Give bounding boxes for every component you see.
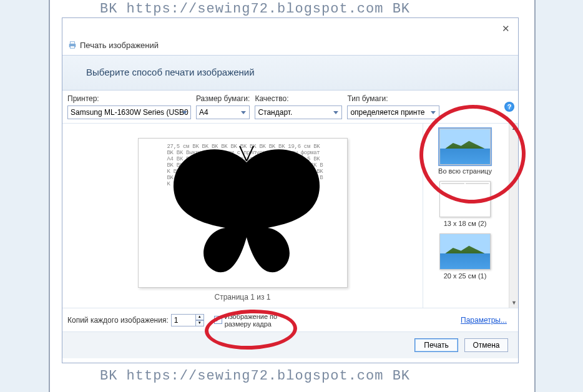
spinner-up-icon[interactable]: ▲ [195,314,204,320]
copies-spinner[interactable]: ▲ ▼ [195,314,204,326]
layout-label: 20 x 25 см (1) [426,272,504,280]
paper-type-label: Тип бумаги: [347,94,439,103]
layout-thumbnail [439,181,491,217]
layout-option-13x18[interactable]: 13 x 18 см (2) [426,177,504,228]
copies-input[interactable] [171,314,196,326]
paper-size-select[interactable]: A4 [196,105,250,119]
layout-thumbnail [439,129,491,165]
printer-icon [68,41,77,49]
paper-type-select[interactable]: определяется принте [347,105,439,119]
print-dialog: ✕ Печать изображений Выберите способ печ… [62,17,519,363]
preview-page: 27,5 cм BK BK BK BK BK BK BK BK BK BK 19… [138,138,348,288]
titlebar: ✕ Печать изображений [62,18,518,56]
preview-pane: 27,5 cм BK BK BK BK BK BK BK BK BK BK 19… [62,124,423,308]
layout-thumbnail [439,233,491,270]
layout-pane: Во всю страницу 13 x 18 см (2) 20 x 25 с… [423,124,518,308]
paper-size-label: Размер бумаги: [196,94,250,103]
quality-select[interactable]: Стандарт. [255,105,342,119]
footer-row: Копий каждого изображения: ▲ ▼ Изображен… [62,308,518,332]
svg-rect-2 [71,46,75,49]
printer-label: Принтер: [67,94,191,103]
button-row: Печать Отмена [62,332,518,358]
dialog-title: Печать изображений [80,41,159,50]
layout-option-20x25[interactable]: 20 x 25 см (1) [426,230,504,281]
scroll-up-icon[interactable]: ▲ [509,124,518,133]
scroll-down-icon[interactable]: ▼ [509,298,518,308]
page-caption: Страница 1 из 1 [215,293,271,301]
spinner-down-icon[interactable]: ▼ [195,320,204,326]
butterfly-image [166,144,327,281]
main-area: 27,5 cм BK BK BK BK BK BK BK BK BK BK 19… [62,124,518,308]
help-icon[interactable]: ? [504,102,514,112]
dialog-header: Выберите способ печати изображений [62,56,518,91]
watermark-text: BK https://sewing72.blogspot.com BK [100,1,410,17]
layout-label: Во всю страницу [426,167,504,175]
printer-select[interactable]: Samsung ML-1630W Series (USB0 [67,105,191,119]
watermark-text: BK https://sewing72.blogspot.com BK [100,368,410,384]
layout-option-full-page[interactable]: Во всю страницу [426,125,504,176]
cancel-button[interactable]: Отмена [464,338,508,352]
layout-label: 13 x 18 см (2) [426,220,504,227]
quality-label: Качество: [255,94,342,103]
options-row: Принтер: Samsung ML-1630W Series (USB0 Р… [62,91,518,124]
fit-frame-checkbox[interactable] [214,316,222,324]
scrollbar[interactable]: ▲ ▼ [509,124,518,308]
copies-label: Копий каждого изображения: [67,316,169,325]
options-link[interactable]: Параметры... [461,316,507,325]
print-button[interactable]: Печать [414,338,458,352]
close-button[interactable]: ✕ [497,22,514,36]
fit-frame-label: Изображение по размеру кадра [225,313,293,328]
svg-rect-1 [71,42,75,44]
